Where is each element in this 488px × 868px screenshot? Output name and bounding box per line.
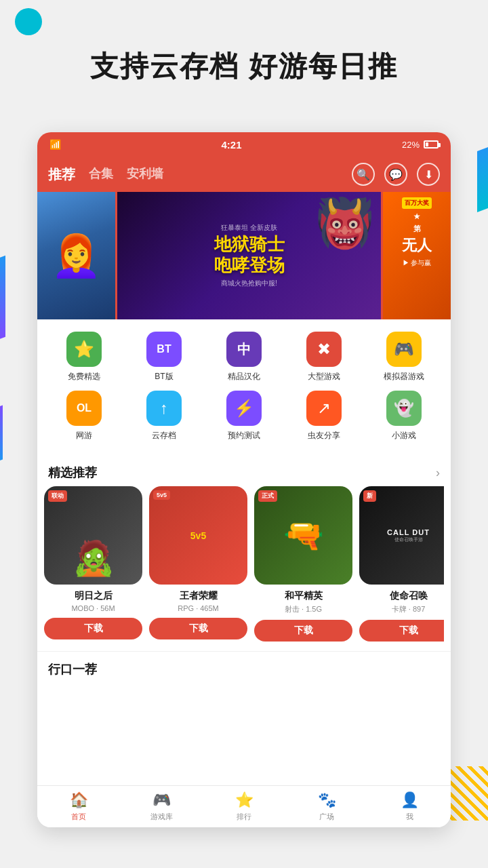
me-icon: 👤 [401, 791, 419, 809]
more-section-title: 行口一荐 [48, 663, 97, 676]
nav-bar: 推荐 合集 安利墙 🔍 💬 ⬇ [37, 157, 451, 192]
cat-icon-cloud: ↑ [146, 391, 182, 426]
app-headline: 支持云存档 好游每日推 [0, 47, 488, 85]
game-meta-heping: 射击 · 1.5G [285, 604, 322, 614]
game-name-shiming: 使命召唤 [390, 590, 428, 602]
nav-tab-wall[interactable]: 安利墙 [127, 165, 163, 184]
cat-reserve[interactable]: ⚡ 预约测试 [210, 391, 278, 441]
category-row-2: OL 网游 ↑ 云存档 ⚡ 预约测试 ↗ 虫友分享 👻 小游戏 [44, 391, 444, 441]
bottom-nav-label-me: 我 [406, 812, 413, 822]
bottom-nav-me[interactable]: 👤 我 [368, 791, 451, 822]
bg-stripe-blue [0, 256, 5, 342]
cat-icon-free: ⭐ [66, 332, 102, 367]
search-button[interactable]: 🔍 [352, 163, 375, 186]
bottom-nav-plaza[interactable]: 🐾 广场 [285, 791, 368, 822]
home-icon: 🏠 [70, 791, 88, 809]
cat-cloud[interactable]: ↑ 云存档 [130, 391, 198, 441]
cat-icon-share: ↗ [306, 391, 342, 426]
cat-label-online: 网游 [76, 430, 92, 441]
game-name-heping: 和平精英 [285, 590, 323, 602]
game-meta-mingri: MOBO · 56M [71, 604, 115, 612]
bg-circle-decoration [15, 8, 42, 35]
download-btn-mingri[interactable]: 下载 [44, 618, 142, 639]
game-cards: 🧟 联动 明日之后 MOBO · 56M 下载 5v5 5v5 王者荣耀 RPG… [44, 486, 444, 642]
cat-icon-large: ✖ [306, 332, 342, 367]
cat-online[interactable]: OL 网游 [50, 391, 118, 441]
bg-stripe-blue2 [0, 405, 3, 462]
cat-icon-emulator: 🎮 [386, 332, 422, 367]
game-name-mingri: 明日之后 [75, 590, 113, 602]
cat-free[interactable]: ⭐ 免费精选 [50, 332, 118, 382]
game-thumb-shiming: CALL DUT 使命召唤手游 新 [359, 486, 444, 585]
banner-title: 地狱骑士咆哮登场 [214, 234, 285, 276]
nav-tab-collection[interactable]: 合集 [89, 165, 113, 184]
nav-icons: 🔍 💬 ⬇ [352, 163, 440, 186]
game-card-wangzhe[interactable]: 5v5 5v5 王者荣耀 RPG · 465M 下载 [149, 486, 247, 642]
download-btn-shiming[interactable]: 下载 [359, 620, 444, 642]
game-badge-shiming: 新 [363, 490, 376, 502]
banner-left-image: 👩‍🦰 [37, 192, 115, 319]
nav-tab-recommend[interactable]: 推荐 [48, 165, 75, 184]
cat-icon-chinese: 中 [226, 332, 262, 367]
banner-center[interactable]: 👹 狂暴泰坦 全新皮肤 地狱骑士咆哮登场 商城火热抢购中服! [117, 192, 381, 319]
battery-percentage: 22% [402, 140, 420, 150]
cat-label-cloud: 云存档 [152, 430, 176, 441]
game-card-heping[interactable]: 🔫 正式 和平精英 射击 · 1.5G 下载 [254, 486, 352, 642]
cat-bt[interactable]: BT BT版 [130, 332, 198, 382]
banner-area[interactable]: 👩‍🦰 👹 狂暴泰坦 全新皮肤 地狱骑士咆哮登场 商城火热抢购中服! 百万大奖 … [37, 192, 451, 319]
cat-mini[interactable]: 👻 小游戏 [370, 391, 438, 441]
game-cards-container: 🧟 联动 明日之后 MOBO · 56M 下载 5v5 5v5 王者荣耀 RPG… [37, 486, 451, 651]
cat-label-free: 免费精选 [68, 371, 100, 382]
game-thumb-heping: 🔫 正式 [254, 486, 352, 585]
cat-label-reserve: 预约测试 [228, 430, 260, 441]
featured-arrow[interactable]: › [436, 466, 440, 480]
game-image-wangzhe: 5v5 [149, 486, 247, 585]
cat-icon-online: OL [66, 391, 102, 426]
cat-large[interactable]: ✖ 大型游戏 [290, 332, 358, 382]
cat-label-share: 虫友分享 [308, 430, 340, 441]
featured-section-header: 精选推荐 › [37, 456, 451, 486]
game-badge-heping: 正式 [258, 490, 277, 502]
cat-icon-mini: 👻 [386, 391, 422, 426]
bg-stripe-right [477, 147, 488, 212]
cat-chinese[interactable]: 中 精品汉化 [210, 332, 278, 382]
battery-icon [424, 140, 439, 149]
message-button[interactable]: 💬 [384, 163, 407, 186]
banner-right[interactable]: 百万大奖 ★ 第 无人 ▶ 参与赢 [383, 192, 451, 319]
game-thumb-mingri: 🧟 联动 [44, 486, 142, 585]
cat-label-chinese: 精品汉化 [228, 371, 260, 382]
cat-share[interactable]: ↗ 虫友分享 [290, 391, 358, 441]
cat-emulator[interactable]: 🎮 模拟器游戏 [370, 332, 438, 382]
download-btn-wangzhe[interactable]: 下载 [149, 618, 247, 639]
gamelibrary-icon: 🎮 [152, 791, 171, 809]
phone-mockup: 📶 4:21 22% 推荐 合集 安利墙 🔍 💬 ⬇ 👩‍🦰 👹 [37, 132, 451, 827]
banner-monster: 👹 [315, 195, 374, 251]
bottom-nav-label-home: 首页 [71, 812, 86, 822]
download-button[interactable]: ⬇ [417, 163, 440, 186]
bottom-nav: 🏠 首页 🎮 游戏库 ⭐ 排行 🐾 广场 👤 我 [37, 785, 451, 827]
game-card-mingri[interactable]: 🧟 联动 明日之后 MOBO · 56M 下载 [44, 486, 142, 642]
game-badge-wangzhe: 5v5 [153, 490, 170, 500]
featured-title: 精选推荐 [48, 465, 97, 481]
cat-label-bt: BT版 [155, 371, 173, 382]
banner-right-content: 百万大奖 ★ 第 无人 ▶ 参与赢 [383, 192, 451, 273]
bottom-nav-ranking[interactable]: ⭐ 排行 [203, 791, 285, 822]
bottom-nav-gamelibrary[interactable]: 🎮 游戏库 [120, 791, 203, 822]
cat-icon-reserve: ⚡ [226, 391, 262, 426]
wifi-icon: 📶 [49, 139, 61, 150]
cat-label-emulator: 模拟器游戏 [384, 371, 424, 382]
banner-center-text: 狂暴泰坦 全新皮肤 地狱骑士咆哮登场 商城火热抢购中服! [214, 223, 285, 288]
categories-section: ⭐ 免费精选 BT BT版 中 精品汉化 ✖ 大型游戏 🎮 模拟器游戏 OL [37, 319, 451, 456]
cat-icon-bt: BT [146, 332, 182, 367]
cat-label-mini: 小游戏 [392, 430, 416, 441]
bottom-nav-label-plaza: 广场 [319, 812, 334, 822]
bottom-nav-label-gamelibrary: 游戏库 [150, 812, 173, 822]
banner-left[interactable]: 👩‍🦰 [37, 192, 115, 319]
status-right: 22% [402, 140, 439, 150]
status-bar: 📶 4:21 22% [37, 132, 451, 157]
more-section-hint: 行口一荐 [37, 651, 451, 682]
bottom-nav-home[interactable]: 🏠 首页 [37, 791, 120, 822]
game-badge-mingri: 联动 [48, 490, 67, 502]
game-card-shiming[interactable]: CALL DUT 使命召唤手游 新 使命召唤 卡牌 · 897 下载 [359, 486, 444, 642]
download-btn-heping[interactable]: 下载 [254, 620, 352, 642]
